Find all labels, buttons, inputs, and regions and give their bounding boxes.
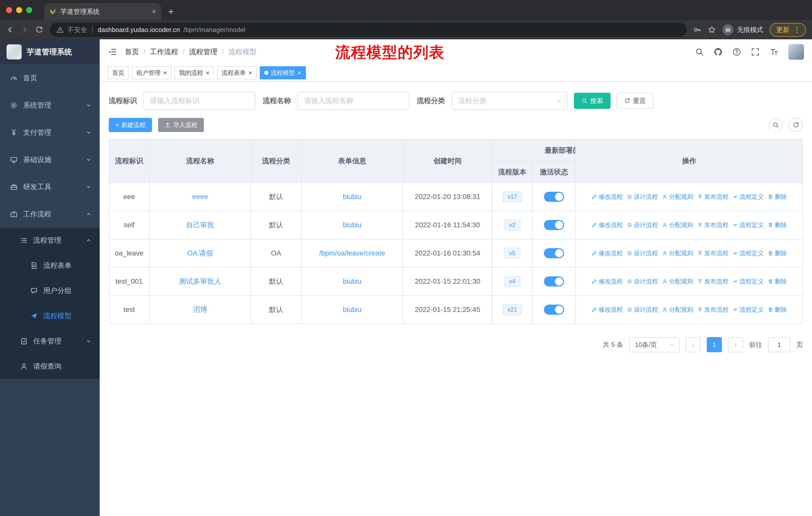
- import-process-button[interactable]: 导入流程: [158, 118, 204, 132]
- sidebar-item-task-mgmt[interactable]: 任务管理: [0, 329, 100, 354]
- tag-home[interactable]: 首页: [108, 66, 129, 79]
- sidebar-item-user-group[interactable]: 用户分组: [0, 278, 100, 303]
- process-category-select[interactable]: 流程分类: [452, 92, 567, 110]
- delete-link[interactable]: 删除: [768, 221, 787, 229]
- close-window-button[interactable]: [6, 7, 12, 13]
- tag-my-process[interactable]: 我的流程 ×: [174, 66, 214, 79]
- sidebar-item-payment[interactable]: 支付管理: [0, 119, 100, 146]
- password-key-icon[interactable]: [693, 26, 701, 34]
- delete-link[interactable]: 删除: [768, 277, 787, 286]
- breadcrumb-process-mgmt[interactable]: 流程管理: [189, 47, 218, 57]
- process-name-link[interactable]: eeee: [192, 193, 208, 200]
- modify-process-link[interactable]: 修改流程: [591, 277, 623, 286]
- publish-process-link[interactable]: 发布流程: [697, 277, 728, 286]
- font-size-icon[interactable]: [770, 48, 778, 56]
- breadcrumb-home[interactable]: 首页: [125, 47, 139, 57]
- process-name-link[interactable]: 自己审批: [186, 221, 214, 229]
- form-info-link[interactable]: biubiu: [343, 306, 362, 314]
- tag-tenant[interactable]: 租户管理 ×: [132, 66, 171, 79]
- sidebar-item-workflow[interactable]: 工作流程: [0, 200, 100, 228]
- modify-process-link[interactable]: 修改流程: [591, 306, 623, 314]
- status-toggle[interactable]: [544, 192, 564, 202]
- page-number-button[interactable]: 1: [707, 337, 722, 352]
- close-icon[interactable]: ×: [248, 70, 252, 76]
- status-toggle[interactable]: [544, 248, 564, 258]
- sidebar-item-devtools[interactable]: 研发工具: [0, 173, 100, 200]
- reload-icon[interactable]: [35, 26, 43, 34]
- publish-process-link[interactable]: 发布流程: [697, 306, 728, 314]
- design-process-link[interactable]: 设计流程: [627, 221, 658, 229]
- browser-menu-icon[interactable]: ⋮: [793, 26, 801, 34]
- process-name-link[interactable]: OA 请假: [187, 249, 213, 257]
- design-process-link[interactable]: 设计流程: [627, 193, 658, 201]
- design-process-link[interactable]: 设计流程: [627, 277, 658, 286]
- update-button[interactable]: 更新 ⋮: [770, 23, 806, 37]
- status-toggle[interactable]: [544, 305, 564, 315]
- sidebar-item-system[interactable]: 系统管理: [0, 92, 100, 119]
- page-size-select[interactable]: 10条/页: [629, 337, 679, 352]
- sidebar-item-process-mgmt[interactable]: 流程管理: [0, 228, 100, 253]
- delete-link[interactable]: 删除: [768, 193, 787, 201]
- process-name-input[interactable]: [297, 92, 409, 110]
- publish-process-link[interactable]: 发布流程: [697, 249, 728, 257]
- tag-process-form[interactable]: 流程表单 ×: [217, 66, 257, 79]
- design-process-link[interactable]: 设计流程: [627, 249, 658, 257]
- publish-process-link[interactable]: 发布流程: [697, 193, 728, 201]
- form-info-link[interactable]: /bpm/oa/leave/create: [319, 249, 385, 257]
- search-icon[interactable]: [695, 48, 704, 56]
- refresh-table-button[interactable]: [789, 118, 803, 132]
- delete-link[interactable]: 删除: [768, 306, 787, 314]
- process-definition-link[interactable]: 流程定义: [732, 249, 764, 257]
- assign-rule-link[interactable]: 分配规则: [662, 277, 693, 286]
- assign-rule-link[interactable]: 分配规则: [662, 193, 693, 201]
- back-icon[interactable]: [6, 26, 14, 34]
- form-info-link[interactable]: biubiu: [343, 193, 362, 200]
- sidebar-item-leave-query[interactable]: 请假查询: [0, 354, 100, 379]
- zoom-window-button[interactable]: [26, 7, 32, 13]
- assign-rule-link[interactable]: 分配规则: [662, 249, 693, 257]
- form-info-link[interactable]: biubiu: [343, 221, 362, 229]
- process-definition-link[interactable]: 流程定义: [732, 221, 764, 229]
- sidebar-item-process-form[interactable]: 流程表单: [0, 253, 100, 278]
- bookmark-star-icon[interactable]: [708, 26, 716, 34]
- close-icon[interactable]: ×: [297, 70, 301, 76]
- close-icon[interactable]: ×: [163, 70, 167, 76]
- security-label[interactable]: 不安全: [67, 25, 87, 34]
- sidebar-item-home[interactable]: 首页: [0, 64, 100, 92]
- fullscreen-icon[interactable]: [751, 48, 760, 56]
- sidebar-item-process-model[interactable]: 流程模型: [0, 303, 100, 329]
- modify-process-link[interactable]: 修改流程: [591, 221, 623, 229]
- modify-process-link[interactable]: 修改流程: [591, 193, 623, 201]
- process-name-link[interactable]: 测试多审批人: [179, 277, 221, 285]
- browser-tab[interactable]: 芋道管理系统 ×: [44, 3, 161, 20]
- process-definition-link[interactable]: 流程定义: [732, 193, 764, 201]
- toggle-search-button[interactable]: [769, 118, 783, 132]
- tag-process-model[interactable]: 流程模型 ×: [260, 66, 306, 79]
- tab-close-icon[interactable]: ×: [152, 7, 156, 16]
- reset-button[interactable]: 重置: [617, 93, 654, 109]
- status-toggle[interactable]: [544, 276, 564, 287]
- goto-page-input[interactable]: [768, 337, 790, 352]
- delete-link[interactable]: 删除: [768, 249, 787, 257]
- new-tab-button[interactable]: +: [168, 6, 174, 17]
- forward-icon[interactable]: [21, 26, 29, 34]
- user-avatar[interactable]: [788, 44, 804, 60]
- process-definition-link[interactable]: 流程定义: [732, 306, 764, 314]
- form-info-link[interactable]: biubiu: [343, 277, 362, 285]
- assign-rule-link[interactable]: 分配规则: [662, 221, 693, 229]
- process-name-link[interactable]: 滔博: [193, 306, 207, 314]
- process-key-input[interactable]: [143, 92, 255, 110]
- address-bar[interactable]: 不安全 dashboard.yudao.iocoder.cn/bpm/manag…: [50, 23, 687, 37]
- design-process-link[interactable]: 设计流程: [627, 306, 658, 314]
- close-icon[interactable]: ×: [206, 70, 209, 76]
- process-definition-link[interactable]: 流程定义: [732, 277, 764, 286]
- search-button[interactable]: 搜索: [574, 93, 611, 109]
- hamburger-icon[interactable]: [108, 47, 117, 56]
- create-process-button[interactable]: + 新建流程: [109, 118, 152, 132]
- prev-page-button[interactable]: ‹: [686, 337, 701, 352]
- sidebar-item-infra[interactable]: 基础设施: [0, 146, 100, 173]
- minimize-window-button[interactable]: [16, 7, 22, 13]
- status-toggle[interactable]: [544, 220, 564, 230]
- publish-process-link[interactable]: 发布流程: [697, 221, 728, 229]
- help-icon[interactable]: [732, 48, 741, 56]
